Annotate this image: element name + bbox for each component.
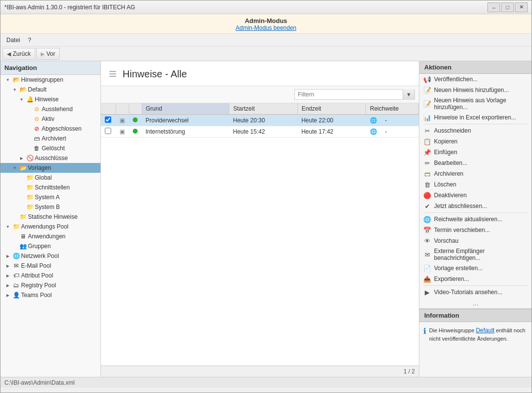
action-delete[interactable]: 🗑 Löschen (419, 179, 532, 190)
close-button[interactable]: ✕ (515, 2, 528, 12)
action-export-excel[interactable]: 📊 Hinweise in Excel exportieren... (419, 112, 532, 123)
tree-item-abgeschlossen[interactable]: ⊘ Abgeschlossen (0, 124, 100, 134)
info-text: Die Hinweisgruppe Default enthält noch n… (429, 326, 528, 343)
action-edit[interactable]: ✏ Bearbeiten... (419, 158, 532, 168)
row2-startzeit: Heute 15:42 (229, 126, 298, 138)
expand-default[interactable] (11, 86, 18, 93)
info-default-link[interactable]: Default (476, 327, 494, 334)
expand-ausschlusse[interactable] (18, 155, 25, 162)
tree-item-hinweise[interactable]: 🔔 Hinweise (0, 94, 100, 104)
expand-registry[interactable] (4, 282, 11, 289)
tree-item-hinweisgruppen[interactable]: 📂 Hinweisgruppen (0, 75, 100, 85)
col-grund[interactable]: Grund (142, 103, 229, 115)
pagination-info: 1 / 2 (404, 368, 415, 375)
action-copy[interactable]: 📋 Kopieren (419, 136, 532, 147)
action-export[interactable]: 📤 Exportieren... (419, 274, 532, 284)
tree-item-aktiv[interactable]: ⊘ Aktiv (0, 114, 100, 124)
archive-icon2: 🗃 (423, 170, 431, 178)
action-archive-label: Archivieren (434, 170, 463, 177)
expand-netzwerk[interactable] (4, 253, 11, 259)
tree-item-geloscht[interactable]: 🗑 Gelöscht (0, 143, 100, 153)
main-layout: Navigation 📂 Hinweisgruppen 📂 Default 🔔 … (0, 61, 532, 377)
tree-item-email[interactable]: ✉ E-Mail Pool (0, 261, 100, 271)
action-paste[interactable]: 📌 Einfügen (419, 147, 532, 158)
tree-label-ausstehend: Ausstehend (42, 106, 98, 113)
filter-aktiv-icon: ⊘ (33, 115, 41, 123)
exit-admin-link[interactable]: Admin-Modus beenden (0, 24, 532, 31)
menu-help[interactable]: ? (24, 36, 35, 45)
action-add-template[interactable]: 📝 Neuen Hinweis aus Vorlage hinzufügen..… (419, 95, 532, 112)
expand-teams[interactable] (4, 292, 11, 299)
notify-icon: ✉ (423, 251, 431, 258)
action-scope-update[interactable]: 🌐 Reichweite aktualisieren... (419, 214, 532, 225)
tree-item-ausstehend[interactable]: ⊘ Ausstehend (0, 104, 100, 114)
tree-item-statische[interactable]: 📁 Statische Hinweise (0, 212, 100, 222)
expand-schnittstellen (18, 184, 25, 191)
action-export-excel-label: Hinweise in Excel exportieren... (434, 114, 516, 121)
expand-hinweisgruppen[interactable] (4, 76, 11, 83)
minimize-button[interactable]: – (487, 2, 500, 12)
status-dot-green2 (133, 129, 138, 134)
tree-item-ausschlusse[interactable]: 🚫 Ausschlüsse (0, 153, 100, 163)
back-button[interactable]: Zurück (2, 48, 35, 60)
action-scope-label: Reichweite aktualisieren... (434, 216, 502, 223)
filter-input[interactable] (295, 91, 403, 98)
col-type (116, 103, 129, 115)
row1-status-dot (129, 115, 142, 126)
tree-item-vorlagen[interactable]: 📂 Vorlagen (0, 163, 100, 173)
maximize-button[interactable]: □ (501, 2, 514, 12)
tree-label-systema: System A (35, 194, 98, 201)
expand-email[interactable] (4, 262, 11, 269)
action-cut[interactable]: ✂ Ausschneiden (419, 125, 532, 136)
status-bar: C:\IBI-aws\Admin\Data.xml (0, 377, 532, 388)
action-preview[interactable]: 👁 Vorschau (419, 235, 532, 246)
action-add-hint[interactable]: 📝 Neuen Hinweis hinzufügen... (419, 85, 532, 95)
filter-dropdown-button[interactable]: ▼ (403, 89, 414, 100)
row1-checkbox[interactable] (105, 116, 111, 123)
tree-item-anwendungspool[interactable]: 📁 Anwendungs Pool (0, 222, 100, 231)
expand-hinweise[interactable] (18, 96, 25, 103)
row2-checkbox[interactable] (105, 128, 111, 134)
tree-item-systema[interactable]: 📁 System A (0, 192, 100, 202)
action-reschedule[interactable]: 📅 Termin verschieben... (419, 225, 532, 235)
tree-item-gruppen[interactable]: 👥 Gruppen (0, 241, 100, 251)
tree-item-registry[interactable]: 🗂 Registry Pool (0, 280, 100, 290)
expand-vorlagen[interactable] (11, 164, 18, 171)
tree-label-ausschlusse: Ausschlüsse (35, 155, 98, 162)
expand-gruppen (11, 243, 18, 250)
col-startzeit[interactable]: Startzeit (229, 103, 298, 115)
tree-item-netzwerk[interactable]: 🌐 Netzwerk Pool (0, 251, 100, 261)
action-deactivate[interactable]: 🔴 Deaktivieren (419, 190, 532, 201)
table-row[interactable]: ▣ Internetstörung Heute 15:42 Heute 17:4… (101, 126, 419, 138)
nav-panel: Navigation 📂 Hinweisgruppen 📂 Default 🔔 … (0, 61, 101, 377)
tree-item-global[interactable]: 📁 Global (0, 173, 100, 183)
tree-item-archiviert[interactable]: 🗃 Archiviert (0, 134, 100, 143)
tree-item-anwendungen[interactable]: 🖥 Anwendungen (0, 231, 100, 241)
action-finish[interactable]: ✔ Jetzt abschliessen... (419, 201, 532, 211)
forward-button[interactable]: Vor (36, 48, 60, 60)
col-endzeit[interactable]: Endzeit (297, 103, 366, 115)
action-publish[interactable]: 📢 Veröffentlichen... (419, 74, 532, 85)
row1-endzeit: Heute 22:00 (297, 115, 366, 126)
tree-item-default[interactable]: 📂 Default (0, 85, 100, 94)
col-reichweite[interactable]: Reichweite (366, 103, 419, 115)
action-archive[interactable]: 🗃 Archivieren (419, 168, 532, 179)
tree-item-attribut[interactable]: 🏷 Attribut Pool (0, 271, 100, 280)
teams-icon: 👤 (12, 291, 20, 299)
tree-label-abgeschlossen: Abgeschlossen (42, 125, 98, 132)
info-panel: Information ℹ Die Hinweisgruppe Default … (419, 308, 532, 347)
menu-datei[interactable]: Datei (2, 36, 24, 45)
tree-label-teams: Teams Pool (21, 292, 98, 299)
table-row[interactable]: ▣ Providerwechsel Heute 20:30 Heute 22:0… (101, 115, 419, 126)
tree-item-schnittstellen[interactable]: 📁 Schnittstellen (0, 183, 100, 192)
action-video[interactable]: ▶ Video-Tutorials ansehen... (419, 287, 532, 298)
expand-anwendungspool[interactable] (4, 223, 11, 230)
action-create-template[interactable]: 📄 Vorlage erstellen... (419, 263, 532, 274)
actions-header: Aktionen (419, 61, 532, 74)
admin-banner: Admin-Modus Admin-Modus beenden (0, 14, 532, 34)
tree-item-systemb[interactable]: 📁 System B (0, 202, 100, 212)
expand-attribut[interactable] (4, 272, 11, 279)
action-notify[interactable]: ✉ Externe Empfänger benachrichtigen... (419, 246, 532, 263)
data-table: Grund Startzeit Endzeit Reichweite ▣ (101, 103, 419, 366)
tree-item-teams[interactable]: 👤 Teams Pool (0, 290, 100, 300)
